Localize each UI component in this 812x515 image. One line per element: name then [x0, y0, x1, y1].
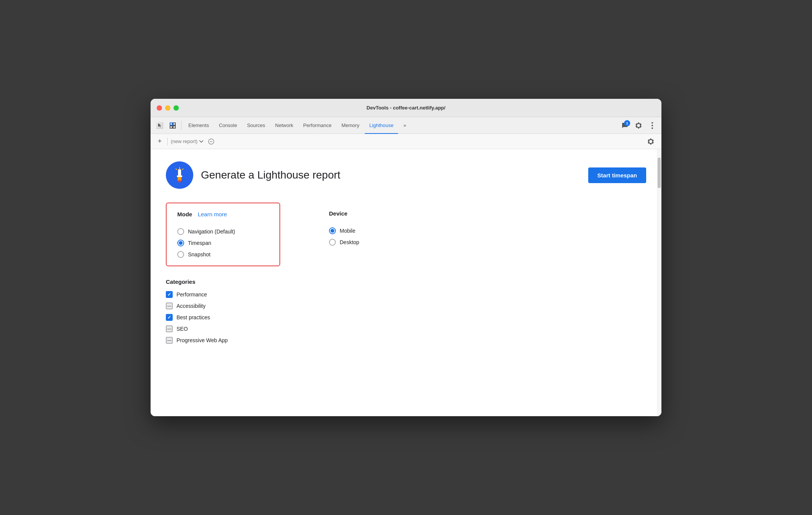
categories-checkbox-group: Performance Accessibility Best practices…	[166, 291, 646, 344]
category-performance-item[interactable]: Performance	[166, 291, 646, 298]
lighthouse-logo	[166, 161, 193, 189]
tab-console[interactable]: Console	[214, 117, 242, 134]
svg-rect-11	[177, 175, 182, 177]
device-radio-group: Mobile Desktop	[329, 227, 359, 246]
mode-snapshot-option[interactable]: Snapshot	[177, 251, 269, 258]
scrollbar-thumb[interactable]	[658, 158, 661, 188]
report-bar: + (new report)	[151, 134, 661, 149]
category-accessibility-checkbox[interactable]	[166, 303, 173, 309]
mode-snapshot-radio[interactable]	[177, 251, 184, 258]
mode-section: Mode Learn more Navigation (Default) Tim…	[166, 203, 280, 266]
cancel-report-icon[interactable]	[207, 137, 216, 146]
tab-performance[interactable]: Performance	[298, 117, 336, 134]
device-section: Device Mobile Desktop	[318, 203, 370, 266]
main-content: Generate a Lighthouse report Start times…	[151, 149, 661, 416]
settings-icon[interactable]	[632, 119, 645, 132]
report-label: (new report)	[171, 138, 197, 144]
category-pwa-item[interactable]: Progressive Web App	[166, 337, 646, 344]
tab-memory[interactable]: Memory	[337, 117, 364, 134]
category-performance-checkbox[interactable]	[166, 291, 173, 298]
category-seo-checkbox[interactable]	[166, 325, 173, 332]
tab-sources[interactable]: Sources	[242, 117, 270, 134]
device-title: Device	[329, 210, 347, 217]
devtools-window: DevTools - coffee-cart.netlify.app/ ⬜ El…	[151, 99, 661, 416]
report-bar-settings	[645, 135, 657, 148]
svg-rect-17	[178, 180, 181, 182]
window-title: DevTools - coffee-cart.netlify.app/	[367, 105, 446, 111]
tab-network[interactable]: Network	[271, 117, 298, 134]
tab-more[interactable]: »	[399, 117, 411, 134]
tabs-bar: ⬜ Elements Console Sources Network Perfo…	[151, 117, 661, 134]
chat-icon[interactable]: 1	[619, 119, 631, 132]
mode-navigation-radio[interactable]	[177, 228, 184, 235]
svg-rect-2	[170, 126, 172, 128]
mode-title: Mode	[177, 211, 192, 217]
category-best-practices-checkbox[interactable]	[166, 314, 173, 321]
device-desktop-radio[interactable]	[329, 239, 336, 246]
block-icon	[208, 138, 214, 145]
scrollbar-track[interactable]	[657, 149, 661, 416]
device-desktop-option[interactable]: Desktop	[329, 239, 359, 246]
svg-rect-3	[173, 126, 175, 128]
svg-point-4	[652, 122, 653, 124]
category-seo-item[interactable]: SEO	[166, 325, 646, 332]
inspect-icon[interactable]	[167, 119, 179, 132]
lighthouse-header: Generate a Lighthouse report Start times…	[166, 161, 646, 189]
traffic-lights	[157, 105, 179, 111]
mode-timespan-option[interactable]: Timespan	[177, 240, 269, 246]
start-timespan-button[interactable]: Start timespan	[588, 167, 646, 183]
tab-divider	[181, 121, 181, 130]
mode-timespan-radio[interactable]	[177, 240, 184, 246]
category-pwa-checkbox[interactable]	[166, 337, 173, 344]
tab-elements[interactable]: Elements	[184, 117, 213, 134]
lighthouse-logo-icon	[170, 166, 189, 185]
report-settings-icon[interactable]	[645, 135, 657, 148]
categories-section: Categories Performance Accessibility Bes…	[166, 278, 646, 344]
add-report-button[interactable]: +	[155, 137, 164, 146]
category-best-practices-item[interactable]: Best practices	[166, 314, 646, 321]
device-mobile-option[interactable]: Mobile	[329, 227, 359, 234]
report-bar-divider	[167, 138, 168, 145]
options-row: Mode Learn more Navigation (Default) Tim…	[166, 203, 646, 266]
tab-lighthouse[interactable]: Lighthouse	[365, 117, 398, 134]
mode-navigation-option[interactable]: Navigation (Default)	[177, 228, 269, 235]
cursor-icon[interactable]: ⬜	[154, 119, 166, 132]
svg-point-5	[652, 125, 653, 126]
mode-radio-group: Navigation (Default) Timespan Snapshot	[177, 228, 269, 258]
category-accessibility-item[interactable]: Accessibility	[166, 303, 646, 309]
learn-more-link[interactable]: Learn more	[198, 211, 227, 217]
title-bar: DevTools - coffee-cart.netlify.app/	[151, 99, 661, 117]
chat-badge: 1	[624, 120, 630, 126]
page-title: Generate a Lighthouse report	[201, 169, 588, 181]
report-selector[interactable]: (new report)	[171, 138, 204, 144]
svg-rect-10	[178, 169, 181, 176]
categories-title: Categories	[166, 278, 646, 285]
device-mobile-radio[interactable]	[329, 227, 336, 234]
tabs-right: 1	[619, 119, 658, 132]
maximize-button[interactable]	[173, 105, 179, 111]
svg-rect-1	[173, 123, 175, 125]
chevron-down-icon	[199, 140, 204, 143]
minimize-button[interactable]	[165, 105, 170, 111]
svg-rect-0	[170, 123, 172, 125]
svg-point-6	[652, 127, 653, 129]
more-options-icon[interactable]	[646, 119, 658, 132]
close-button[interactable]	[157, 105, 162, 111]
